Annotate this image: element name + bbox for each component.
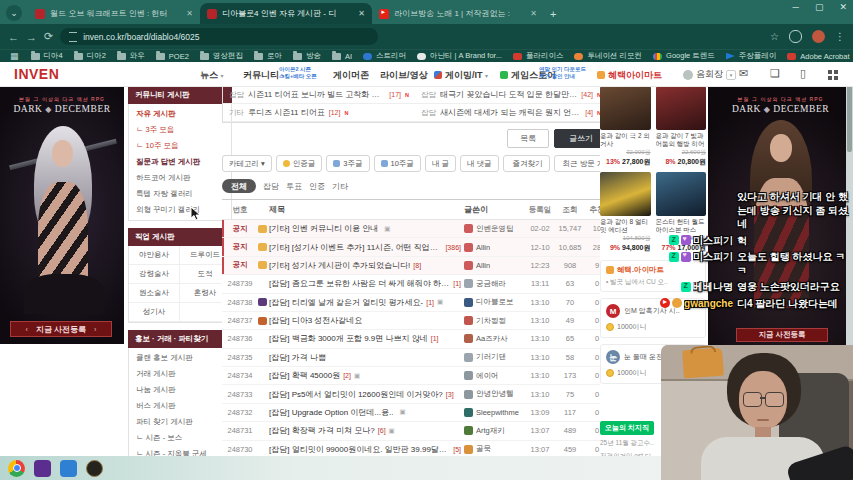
bookmark-item[interactable]: 폴라리이스 xyxy=(513,51,564,61)
sidebar-item[interactable]: 질문과 답변 게시판 xyxy=(129,154,231,170)
reload-icon[interactable]: ⟳ xyxy=(44,30,53,43)
sidebar-item[interactable]: 버스 게시판 xyxy=(129,398,231,414)
sidebar-job-item[interactable]: 강령술사 xyxy=(129,265,180,284)
preregister-button[interactable]: 지금 사전등록 xyxy=(736,328,828,342)
store-item[interactable]: 용과 같이 극 2 외 거사 32,000원 13%27,800원 xyxy=(600,86,651,167)
post-author[interactable]: 궁금해라 xyxy=(464,279,526,289)
tab-search-chevron-icon[interactable]: ⌄ xyxy=(6,5,22,21)
post-title-link[interactable]: [잡담] Upgrade Option 이던데...용.. ▣ xyxy=(269,407,464,418)
bookmark-item[interactable]: Adobe Acrobat xyxy=(787,51,849,61)
nav-live-video[interactable]: 라이브/영상 xyxy=(380,69,428,82)
mobile-icon[interactable]: ▯ xyxy=(800,67,806,80)
table-row[interactable]: 248738 [잡담] 티리엘 날개 같은거 얼티밋 평가세요- [1] ▣ 디… xyxy=(222,294,608,312)
filter-button[interactable]: 내 댓글 xyxy=(460,155,499,172)
sidebar-item[interactable]: 자유 게시판 xyxy=(129,106,231,122)
post-author[interactable]: Artg재키 xyxy=(464,426,526,436)
filter-button[interactable]: 인증글 xyxy=(276,155,323,172)
promo-aion[interactable]: 아이온2 시즌스킬+베타 오픈 xyxy=(279,66,317,80)
table-row[interactable]: 248735 [잡담] 가격 나쁨 기러기댄 13:10 58 0 xyxy=(222,349,608,367)
sidebar-item[interactable]: ㄴ 10주 모음 xyxy=(129,138,231,154)
filter-button[interactable]: 즐겨찾기 xyxy=(503,155,550,172)
table-row[interactable]: 248736 [잡담] 백금화 3000개 포함 9.9면 나쁘지 않네 [1]… xyxy=(222,330,608,348)
sidebar-item[interactable]: 거래 게시판 xyxy=(129,366,231,382)
bookmark-item[interactable]: 주장플레이 xyxy=(726,51,777,61)
table-row[interactable]: 248737 [잡담] 디아3 성전사같네요 기차됭됭 13:10 49 0 xyxy=(222,312,608,330)
inven-logo[interactable]: INVEN xyxy=(14,66,59,82)
promo-store-sale[interactable]: 연말 인기 다운로드추가 할인 안내 xyxy=(539,66,586,80)
post-author[interactable]: Sleepwithme xyxy=(464,408,526,417)
post-title-link[interactable]: [잡담] 가격 나쁨 xyxy=(269,352,464,363)
taskbar-app-icon[interactable] xyxy=(8,460,25,477)
filter-button[interactable]: 3주글 xyxy=(326,155,369,172)
close-button[interactable]: ✕ xyxy=(839,2,847,12)
category-tab[interactable]: 전체 xyxy=(222,179,256,193)
table-row[interactable]: 248731 [잡담] 확장팩 가격 미쳐 모나? [6] ▣ Artg재키 1… xyxy=(222,422,608,440)
extensions-icon[interactable] xyxy=(789,30,802,43)
bookmark-item[interactable]: Google 트렌드 xyxy=(653,51,715,61)
bookmark-item[interactable]: 방송 xyxy=(293,51,321,61)
bookmark-item[interactable]: AI xyxy=(332,51,352,61)
post-title-link[interactable]: [잡담] 확장팩 가격 미쳐 모나? [6] ▣ xyxy=(269,425,464,436)
bookmark-item[interactable]: POE2 xyxy=(156,51,189,61)
bookmark-item[interactable]: 와우 xyxy=(117,51,145,61)
popular-post[interactable]: 잡담 태극기 꽂았습니다 도적 입문 한달만에.. [42] N xyxy=(415,86,607,104)
mail-icon[interactable]: ✉ xyxy=(739,67,748,80)
bookmark-item[interactable]: 영상편집 xyxy=(200,51,243,61)
bookmark-item[interactable]: 아난티 | A Brand for... xyxy=(417,51,502,61)
popular-post[interactable]: 기타 루디즈 시즌11 티어표 [12] N xyxy=(223,104,415,122)
post-title-link[interactable]: [잡담] 확팩 45000원 [2] ▣ xyxy=(269,370,464,381)
post-title-link[interactable]: [기타] 인벤 커뮤니티 이용 안내 ▣ xyxy=(269,223,464,234)
post-title-link[interactable]: [잡담] 좀요그룬 보유한 사람은 더 싸게 해줘야 하는거 아니냐 [1] xyxy=(269,278,464,289)
post-author[interactable]: Allin xyxy=(464,261,526,270)
post-author[interactable]: 기차됭됭 xyxy=(464,316,526,326)
table-row[interactable]: 248739 [잡담] 좀요그룬 보유한 사람은 더 싸게 해줘야 하는거 아니… xyxy=(222,275,608,293)
profile-avatar[interactable] xyxy=(812,30,825,43)
filter-button[interactable]: 내 글 xyxy=(425,155,456,172)
post-author[interactable]: 인벤운영팀 xyxy=(464,224,526,234)
apps-grid-icon[interactable]: ▦ xyxy=(10,51,20,61)
post-author[interactable]: Allin xyxy=(464,243,526,252)
table-row[interactable]: 공지 [기타] 성기사 게시판이 추가되었습니다! [8] Allin 12:2… xyxy=(222,257,608,275)
post-title-link[interactable]: [잡담] Ps5에서 얼티밋이 12600원인데 이거맞아? [3] xyxy=(269,389,464,400)
browser-tab[interactable]: 월드 오브 워크래프트 인벤 : 헌터 ✕ xyxy=(28,3,200,24)
post-title-link[interactable]: [잡담] 티리엘 날개 같은거 얼티밋 평가세요- [1] ▣ xyxy=(269,297,464,308)
tab-close-icon[interactable]: ✕ xyxy=(358,9,365,18)
bookmark-item[interactable]: 로아 xyxy=(254,51,282,61)
post-title-link[interactable]: [잡담] 얼티밋이 99000원이네요. 일반판 39.99달러 = 44900… xyxy=(269,444,464,455)
bookmark-item[interactable]: 디아2 xyxy=(74,51,106,61)
post-title-link[interactable]: [기타] [성기사 이벤트 추가] 11시즌, 어떤 직업으로 시... [38… xyxy=(269,242,464,253)
table-row[interactable]: 248734 [잡담] 확팩 45000원 [2] ▣ 에이어 13:10 17… xyxy=(222,367,608,385)
nav-gaming-it[interactable]: 게이밍/IT ▾ xyxy=(434,69,488,82)
category-tab[interactable]: 인증 xyxy=(309,181,325,192)
category-tab[interactable]: 기타 xyxy=(332,181,348,192)
address-bar[interactable]: inven.co.kr/board/diablo4/6025 xyxy=(60,28,378,45)
nav-news[interactable]: 뉴스 ▾ xyxy=(200,69,224,82)
sidebar-item[interactable]: 클랜 홍보 게시판 xyxy=(129,350,231,366)
post-author[interactable]: 골묵 xyxy=(464,444,526,454)
table-row[interactable]: 248733 [잡담] Ps5에서 얼티밋이 12600원인데 이거맞아? [3… xyxy=(222,385,608,403)
sidebar-item[interactable]: 특템 자랑 갤러리 xyxy=(129,186,231,202)
browser-tab[interactable]: 라이브방송 노래 1 | 저작권없는 : ✕ xyxy=(372,3,544,24)
new-tab-button[interactable]: + xyxy=(550,8,556,20)
category-tab[interactable]: 잡담 xyxy=(263,181,279,192)
bookmark-icon[interactable]: ❏ xyxy=(770,67,780,80)
store-item[interactable]: 용과 같이 7 빛과 어둠의 행방 히어로.. 22,600원 8%20,800… xyxy=(656,86,707,167)
scrollbar-thumb[interactable] xyxy=(847,78,852,152)
sidebar-job-item[interactable]: 원소술사 xyxy=(129,284,180,303)
browser-tab[interactable]: 디아블로4 인벤 자유 게시판 - 디 ✕ xyxy=(200,3,372,24)
post-author[interactable]: 에이어 xyxy=(464,371,526,381)
sidebar-item[interactable]: 하드코어 게시판 xyxy=(129,170,231,186)
menu-kebab-icon[interactable]: ⋮ xyxy=(835,31,845,42)
table-row[interactable]: 248732 [잡담] Upgrade Option 이던데...용.. ▣ S… xyxy=(222,404,608,422)
post-author[interactable]: Aa즈카사 xyxy=(464,334,526,344)
sidebar-item[interactable]: 나눔 게시판 xyxy=(129,382,231,398)
tab-close-icon[interactable]: ✕ xyxy=(186,9,193,18)
post-title-link[interactable]: [잡담] 백금화 3000개 포함 9.9면 나쁘지 않네 [1] xyxy=(269,333,464,344)
bookmark-item[interactable]: 스트리머 xyxy=(363,51,406,61)
filter-button[interactable]: 10주글 xyxy=(374,155,421,172)
preregister-button[interactable]: ‹ 지금 사전등록 › xyxy=(10,321,112,337)
post-author[interactable]: 안녕안녕헬 xyxy=(464,389,526,399)
bookmark-item[interactable]: 디아4 xyxy=(31,51,63,61)
post-title-link[interactable]: [기타] 성기사 게시판이 추가되었습니다! [8] xyxy=(269,260,464,271)
apps-grid-icon[interactable] xyxy=(828,70,832,74)
